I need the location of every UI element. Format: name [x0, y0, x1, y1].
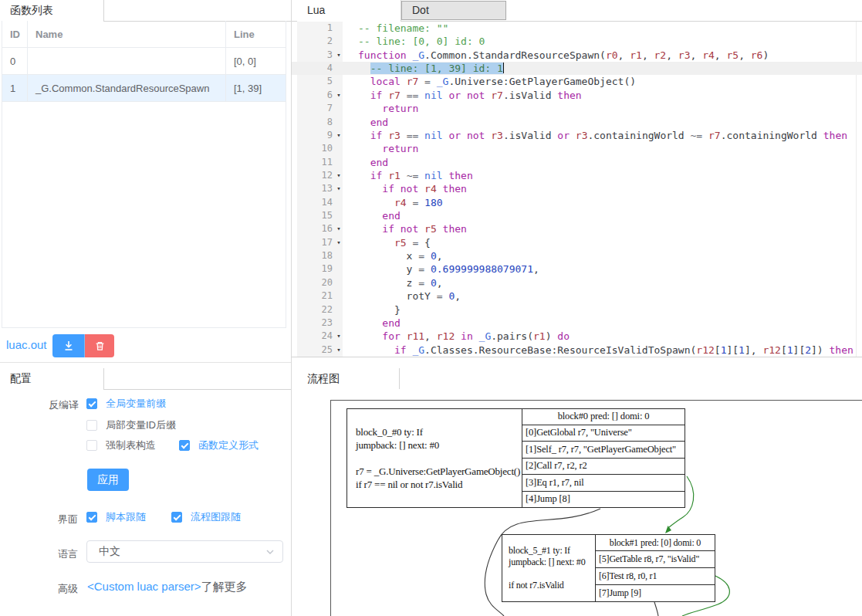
panel-divider [0, 362, 291, 363]
code-line[interactable]: 21 rotY = 0, [292, 289, 862, 303]
language-value: 中文 [99, 545, 265, 559]
code-text: x = 0, [345, 249, 443, 262]
code-line[interactable]: 14 r4 = 180 [292, 196, 862, 209]
checkbox-icon[interactable] [86, 512, 97, 523]
code-line[interactable]: 19 y = 0.699999988079071, [292, 262, 862, 276]
tab-lua-label: Lua [307, 4, 325, 16]
delete-button[interactable] [85, 334, 114, 357]
checkbox-label[interactable]: 全局变量前缀 [106, 397, 166, 411]
code-line[interactable]: 12▾ if r1 ~= nil then [292, 169, 862, 182]
tab-config[interactable]: 配置 [0, 368, 104, 390]
code-line[interactable]: 17▾ r5 = { [292, 236, 862, 249]
block-instructions: [0]GetGlobal r7, "Universe"[1]Self_ r7, … [522, 425, 685, 508]
code-line[interactable]: 24▾ for r11, r12 in _G.pairs(r1) do [292, 330, 862, 343]
checkbox-label[interactable]: 强制表构造 [106, 438, 156, 452]
line-number: 17 [292, 236, 333, 249]
fold-spacer [333, 276, 345, 289]
fold-arrow-icon[interactable]: ▾ [333, 330, 345, 343]
code-line[interactable]: 11 end [292, 156, 862, 169]
code-line[interactable]: 4 -- line: [1, 39] id: 1 [292, 62, 862, 75]
checkbox-func-def[interactable]: 函数定义形式 [179, 438, 259, 452]
checkbox-icon[interactable] [171, 512, 182, 523]
config-tabbar: 配置 [0, 368, 291, 390]
checkbox-label[interactable]: 局部变量ID后缀 [106, 418, 176, 432]
code-editor[interactable]: 1-- filename: ""2-- line: [0, 0] id: 03▾… [292, 22, 862, 357]
apply-button[interactable]: 应用 [87, 469, 129, 491]
function-list-tabbar: 函数列表 [0, 0, 291, 22]
block-header: block#0 pred: [] domi: 0 [522, 409, 685, 425]
code-line[interactable]: 16▾ if not r5 then [292, 222, 862, 235]
fold-arrow-icon[interactable]: ▾ [333, 182, 345, 195]
code-text: if not r5 then [345, 222, 467, 235]
fold-arrow-icon[interactable]: ▾ [333, 169, 345, 182]
checkbox-local-id-suffix[interactable]: 局部变量ID后缀 [86, 418, 176, 432]
checkbox-label[interactable]: 函数定义形式 [198, 438, 259, 452]
fold-spacer [333, 209, 345, 222]
custom-luac-parser-link[interactable]: <Custom luac parser>了解更多 [87, 580, 248, 594]
instruction-row: [4]Jump [8] [522, 491, 685, 508]
code-line[interactable]: 8 end [292, 116, 862, 129]
checkbox-icon[interactable] [86, 420, 97, 431]
text-caret [503, 63, 505, 73]
tab-lua[interactable]: Lua [297, 0, 401, 22]
code-line[interactable]: 1-- filename: "" [292, 22, 862, 35]
code-line[interactable]: 13▾ if not r4 then [292, 182, 862, 195]
line-number: 7 [292, 102, 333, 115]
code-line[interactable]: 6▾ if r7 == nil or not r7.isValid then [292, 89, 862, 102]
instruction-row: [3]Eq r1, r7, nil [522, 474, 685, 491]
code-line[interactable]: 9▾ if r3 == nil or not r3.isValid or r3.… [292, 129, 862, 142]
fold-arrow-icon[interactable]: ▾ [333, 236, 345, 249]
checkbox-script-follow[interactable]: 脚本跟随 [86, 510, 146, 524]
checkbox-icon[interactable] [179, 440, 190, 451]
tab-dot-label: Dot [412, 4, 429, 16]
file-name[interactable]: luac.out [6, 338, 47, 351]
code-text: if _G.Classes.ResourceBase:ResourceIsVal… [345, 344, 854, 357]
code-line[interactable]: 15 end [292, 209, 862, 222]
code-text: } [345, 303, 401, 316]
checkbox-label[interactable]: 流程图跟随 [191, 510, 241, 524]
tab-flowchart[interactable]: 流程图 [297, 368, 400, 390]
table-cell: 1 [2, 75, 28, 102]
checkbox-label[interactable]: 脚本跟随 [106, 510, 146, 524]
fold-spacer [333, 249, 345, 262]
checkbox-icon[interactable] [86, 398, 97, 409]
download-button[interactable] [52, 334, 85, 357]
fold-arrow-icon[interactable]: ▾ [333, 89, 345, 102]
code-text: return [345, 102, 418, 115]
fold-arrow-icon[interactable]: ▾ [333, 222, 345, 235]
code-line[interactable]: 18 x = 0, [292, 249, 862, 262]
trash-icon [94, 340, 106, 352]
code-text: if r3 == nil or not r3.isValid or r3.con… [345, 129, 847, 142]
tab-function-list[interactable]: 函数列表 [0, 0, 104, 22]
line-number: 21 [292, 289, 333, 303]
checkbox-global-prefix[interactable]: 全局变量前缀 [86, 397, 166, 411]
line-number: 22 [292, 303, 333, 316]
table-row[interactable]: 0[0, 0] [2, 48, 286, 75]
fold-arrow-icon[interactable]: ▾ [333, 344, 345, 357]
code-line[interactable]: 25▾ if _G.Classes.ResourceBase:ResourceI… [292, 344, 862, 357]
line-number: 13 [292, 182, 333, 195]
flowchart-canvas[interactable]: block_0_#0 ty: Ifjumpback: [] next: #0 r… [292, 389, 862, 616]
checkbox-flow-follow[interactable]: 流程图跟随 [171, 510, 241, 524]
table-row[interactable]: 1_G.Common.StandardResourceSpawn[1, 39] [2, 75, 286, 102]
code-line[interactable]: 22 } [292, 303, 862, 316]
line-number: 14 [292, 196, 333, 209]
tab-dot[interactable]: Dot [401, 1, 506, 20]
language-select[interactable]: 中文 [86, 540, 283, 563]
checkbox-icon[interactable] [86, 440, 97, 451]
fold-spacer [333, 303, 345, 316]
code-line[interactable]: 23 end [292, 316, 862, 330]
code-line[interactable]: 7 return [292, 102, 862, 115]
code-line[interactable]: 10 return [292, 142, 862, 155]
code-text: end [345, 156, 388, 169]
fold-arrow-icon[interactable]: ▾ [333, 129, 345, 142]
learn-more-link[interactable]: 了解更多 [201, 580, 248, 593]
checkbox-force-table[interactable]: 强制表构造 [86, 438, 156, 452]
code-line[interactable]: 2-- line: [0, 0] id: 0 [292, 35, 862, 48]
code-line[interactable]: 3▾function _G.Common.StandardResourceSpa… [292, 49, 862, 62]
fold-arrow-icon[interactable]: ▾ [333, 49, 345, 62]
code-line[interactable]: 5 local r7 = _G.Universe:GetPlayerGameOb… [292, 75, 862, 88]
code-line[interactable]: 20 z = 0, [292, 276, 862, 289]
line-number: 9 [292, 129, 333, 142]
line-number: 15 [292, 209, 333, 222]
